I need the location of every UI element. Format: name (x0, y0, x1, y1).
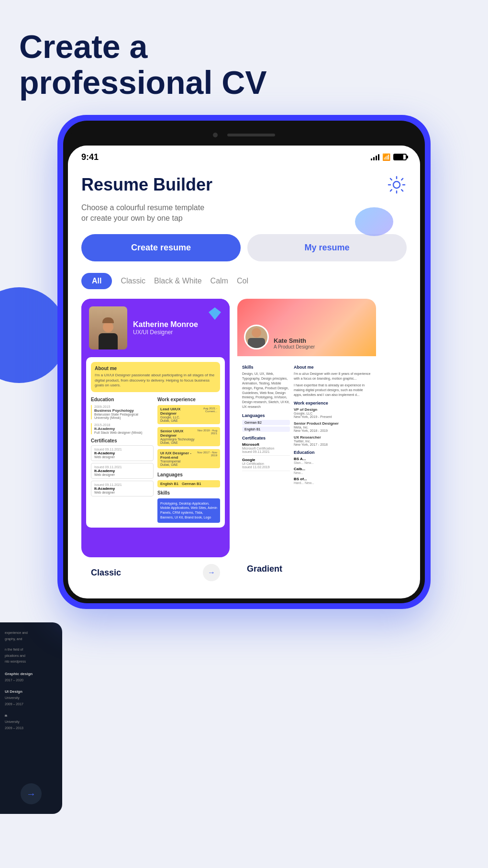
subtitle-wrap: Choose a colourful resume templateor cre… (81, 203, 407, 224)
classic-work-col: Work experience Lead UI/UX Designer Goog… (157, 397, 220, 523)
tab-calm[interactable]: Calm (211, 273, 228, 289)
status-bar: 9:41 📶 (68, 146, 420, 167)
battery-icon (393, 154, 407, 160)
work-1: Lead UI/UX Designer Google, LLC. Dubai, … (157, 405, 220, 424)
gradient-card: Kate Smith A Product Designer Skills (237, 299, 376, 591)
gradient-left-col: Skills Design, UI, UX, Web, Typography, … (242, 361, 290, 487)
hero-title: Create a professional CV (19, 29, 306, 101)
g-cert-1: Microsoft Microsoft Certification Issued… (242, 442, 290, 456)
gradient-card-header: Kate Smith A Product Designer (237, 299, 376, 356)
edu-item-2: 2015-2018 It-Academy Full Stack Web desi… (91, 423, 154, 434)
gradient-card-body: Skills Design, UI, UX, Web, Typography, … (237, 356, 376, 492)
svg-point-0 (393, 181, 400, 188)
classic-card: Katherine Monroe UX/UI Designer (81, 299, 230, 591)
classic-person-name: Katherine Monroe UX/UI Designer (133, 320, 198, 336)
left-card-text: experience and graphy, and n the field o… (5, 630, 57, 731)
camera-dot (213, 133, 218, 137)
signal-icon (371, 154, 379, 160)
classic-card-header: Katherine Monroe UX/UI Designer (81, 299, 230, 357)
classic-certs: Certificates Issued 09.11.2021 It-Academ… (91, 438, 154, 496)
classic-about-section: About me I'm a UX/UI Designer passionate… (91, 362, 220, 392)
gradient-card-footer: Gradient (237, 557, 376, 584)
g-work-3: UX Researcher Twitter, Inc. New York, 20… (294, 435, 371, 446)
person-silhouette (96, 316, 120, 349)
phone-top-bar (68, 125, 420, 145)
illustration-blob (355, 207, 393, 236)
classic-card-body: About me I'm a UX/UI Designer passionate… (86, 357, 225, 527)
app-header: Resume Builder (81, 175, 407, 197)
lang-badge-2: English B1 (242, 427, 290, 432)
cert-3: Issued 09.11.2021 It-Academy Web designe… (91, 481, 154, 496)
skills-box: Prototyping, Desktop Application, Mobile… (157, 498, 220, 523)
gradient-resume-card: Kate Smith A Product Designer Skills (237, 299, 376, 557)
left-card-arrow[interactable]: → (21, 783, 42, 804)
classic-resume-card: Katherine Monroe UX/UI Designer (81, 299, 230, 557)
diamond-icon (208, 306, 222, 321)
cert-1: Issued 09.11.2021 It-Academy Web designe… (91, 445, 154, 461)
work-2: Senior UI/UX Designer AppIntegra Technol… (157, 427, 220, 446)
my-resume-button[interactable]: My resume (247, 234, 407, 261)
tab-all[interactable]: All (81, 273, 112, 289)
classic-label: Classic (91, 568, 121, 578)
classic-avatar (89, 306, 127, 349)
g-edu-3: BS of... Hard... New... (294, 477, 371, 485)
button-row: Create resume My resume (81, 234, 407, 261)
g-cert-2: Google UI Certification Issued 11.02.201… (242, 458, 290, 471)
classic-arrow-button[interactable]: → (203, 564, 220, 581)
lang-badge-1: German B2 (242, 420, 290, 425)
gradient-person-name: Kate Smith A Product Designer (274, 337, 315, 349)
cert-2: Issued 09.11.2021 It-Academy Web designe… (91, 463, 154, 479)
phone-mockup: 9:41 📶 (57, 115, 431, 609)
speaker-bar (227, 134, 275, 136)
lang-1: English B1 German B1 (157, 480, 220, 487)
left-card-partial: experience and graphy, and n the field o… (0, 622, 62, 814)
g-work-1: VP of Design Google, LLC New York, 2019 … (294, 407, 371, 418)
create-resume-button[interactable]: Create resume (81, 234, 241, 261)
status-time: 9:41 (81, 152, 99, 162)
app-content: Resume Builder Choose a colourful resume… (68, 167, 420, 599)
phone-outer-shell: 9:41 📶 (57, 115, 431, 609)
classic-education-col: Education 2009-2015 Business Psychology … (91, 397, 154, 523)
gradient-label: Gradient (247, 564, 282, 574)
g-edu-2: Calb... New... (294, 467, 371, 474)
svg-marker-1 (209, 307, 221, 320)
app-title: Resume Builder (81, 175, 212, 195)
filter-tabs: All Classic Black & White Calm Col (81, 273, 407, 289)
g-work-2: Senior Product Designer Meta, Inc. New Y… (294, 421, 371, 432)
classic-two-col: Education 2009-2015 Business Psychology … (91, 397, 220, 523)
edu-item-1: 2009-2015 Business Psychology Belarusian… (91, 405, 154, 419)
gear-icon (387, 175, 407, 195)
tab-black-white[interactable]: Black & White (154, 273, 202, 289)
g-edu-1: BS A... Stan... New... (294, 457, 371, 464)
gradient-right-col: About me I'm a ui/ux Designer with over … (294, 361, 371, 487)
hero-section: Create a professional CV (0, 0, 488, 101)
phone-screen: 9:41 📶 (68, 146, 420, 599)
gradient-avatar (244, 325, 269, 349)
work-3: UI /UX Designer - Front-end Transimperia… (157, 449, 220, 468)
phone-inner-shell: 9:41 📶 (63, 121, 425, 604)
tab-col[interactable]: Col (237, 273, 248, 289)
settings-button[interactable] (387, 175, 407, 197)
tab-classic[interactable]: Classic (121, 273, 145, 289)
wifi-icon: 📶 (382, 153, 390, 161)
cards-row: Katherine Monroe UX/UI Designer (81, 299, 407, 591)
status-icons: 📶 (371, 153, 407, 161)
blob-decoration-left (0, 287, 67, 383)
classic-card-footer: Classic → (81, 557, 230, 591)
